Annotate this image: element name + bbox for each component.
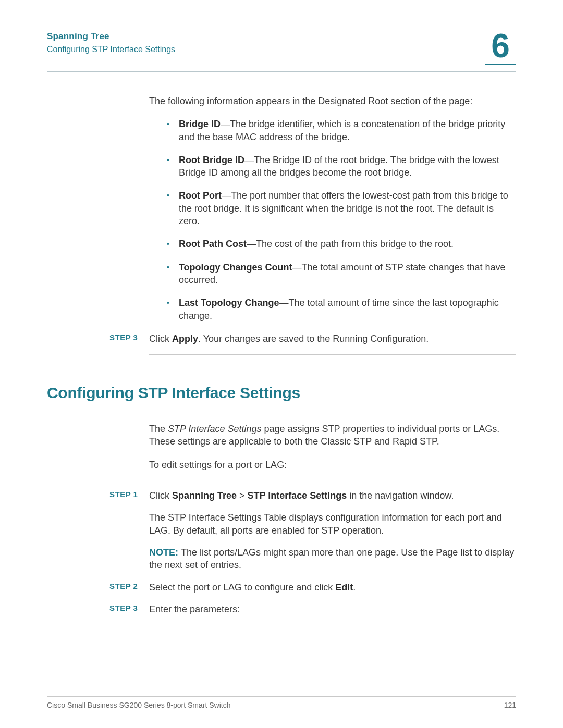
bullet-text: Last Topology Change—The total amount of… — [179, 297, 516, 322]
step-label: STEP 1 — [109, 489, 149, 499]
section-paragraph-1: The STP Interface Settings page assigns … — [149, 423, 516, 448]
bullet-icon: • — [167, 191, 169, 200]
step-3-top: STEP 3 Click Apply. Your changes are sav… — [109, 332, 516, 345]
header-title: Spanning Tree — [47, 31, 175, 42]
page-content: The following information appears in the… — [47, 72, 516, 615]
step-3: STEP 3 Enter the parameters: — [109, 603, 516, 615]
list-item: • Topology Changes Count—The total amoun… — [167, 261, 516, 287]
step-label: STEP 3 — [109, 603, 149, 612]
bullet-text: Root Bridge ID—The Bridge ID of the root… — [179, 154, 516, 179]
bullet-icon: • — [167, 240, 169, 248]
page-header: Spanning Tree Configuring STP Interface … — [47, 29, 516, 65]
page-number: 121 — [504, 701, 516, 709]
header-subtitle: Configuring STP Interface Settings — [47, 45, 175, 54]
bullet-icon: • — [167, 263, 169, 272]
section-heading: Configuring STP Interface Settings — [47, 384, 516, 402]
step-text: Click Spanning Tree > STP Interface Sett… — [149, 489, 516, 502]
note-text: The list ports/LAGs might span more than… — [149, 547, 514, 570]
step-1-body: The STP Interface Settings Table display… — [149, 511, 516, 537]
footer-row: Cisco Small Business SG200 Series 8-port… — [47, 701, 516, 709]
step-1: STEP 1 Click Spanning Tree > STP Interfa… — [109, 489, 516, 502]
step-1-note: NOTE: The list ports/LAGs might span mor… — [149, 546, 516, 572]
page-footer: Cisco Small Business SG200 Series 8-port… — [47, 696, 516, 709]
bullet-text: Root Path Cost—The cost of the path from… — [179, 238, 516, 250]
step-text: Select the port or LAG to configure and … — [149, 581, 516, 594]
step-text: Enter the parameters: — [149, 603, 516, 615]
note-lead: NOTE: — [149, 547, 181, 558]
bullet-text: Topology Changes Count—The total amount … — [179, 261, 516, 287]
bullet-icon: • — [167, 299, 169, 307]
bullet-icon: • — [167, 156, 169, 164]
step-label: STEP 3 — [109, 332, 149, 342]
step-2: STEP 2 Select the port or LAG to configu… — [109, 581, 516, 594]
list-item: • Root Bridge ID—The Bridge ID of the ro… — [167, 154, 516, 179]
list-item: • Last Topology Change—The total amount … — [167, 297, 516, 322]
header-left: Spanning Tree Configuring STP Interface … — [47, 29, 175, 54]
bullet-text: Root Port—The port number that offers th… — [179, 189, 516, 227]
list-item: • Bridge ID—The bridge identifier, which… — [167, 118, 516, 143]
chapter-number-box: 6 — [485, 29, 516, 65]
bullet-text: Bridge ID—The bridge identifier, which i… — [179, 118, 516, 143]
bullet-list: • Bridge ID—The bridge identifier, which… — [167, 118, 516, 322]
step-label: STEP 2 — [109, 581, 149, 590]
chapter-number: 6 — [485, 29, 516, 63]
footer-left: Cisco Small Business SG200 Series 8-port… — [47, 701, 230, 709]
list-item: • Root Path Cost—The cost of the path fr… — [167, 238, 516, 250]
footer-rule — [47, 696, 516, 697]
list-item: • Root Port—The port number that offers … — [167, 189, 516, 227]
intro-paragraph: The following information appears in the… — [149, 95, 516, 107]
section-divider — [149, 354, 516, 355]
section-paragraph-2: To edit settings for a port or LAG: — [149, 459, 516, 471]
bullet-icon: • — [167, 120, 169, 128]
steps-divider — [149, 482, 516, 482]
step-text: Click Apply. Your changes are saved to t… — [149, 332, 516, 345]
